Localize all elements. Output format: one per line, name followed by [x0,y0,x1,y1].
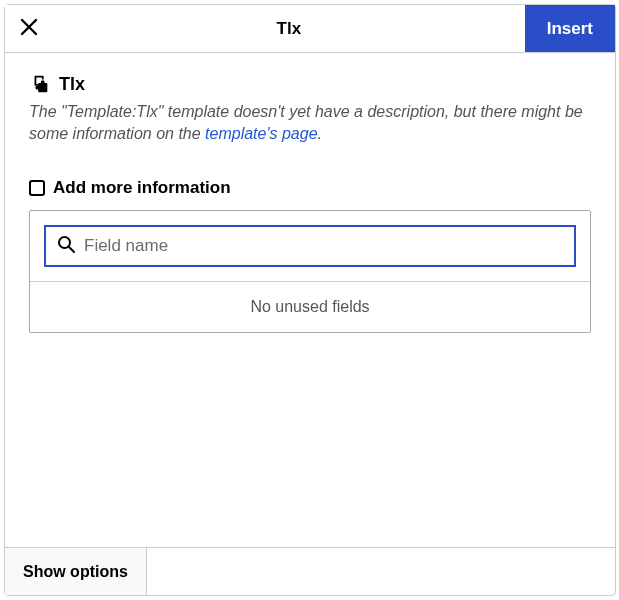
dialog-header: Tlx Insert [5,5,615,53]
close-button[interactable] [5,5,53,52]
add-info-heading: Add more information [29,178,591,198]
insert-button[interactable]: Insert [525,5,615,52]
dialog-title: Tlx [53,5,525,52]
field-search-wrap [44,225,576,267]
dialog-footer: Show options [5,547,615,595]
template-heading: Tlx [29,73,591,95]
close-icon [19,17,39,40]
template-name: Tlx [59,74,85,95]
dialog-content: Tlx The "Template:Tlx" template doesn't … [5,53,615,547]
description-text-suffix: . [318,125,322,142]
no-unused-fields-message: No unused fields [30,281,590,332]
field-name-input[interactable] [84,236,564,256]
puzzle-icon [29,73,51,95]
show-options-label: Show options [23,563,128,580]
parameter-icon [29,180,45,196]
insert-button-label: Insert [547,19,593,39]
add-info-heading-text: Add more information [53,178,231,198]
template-page-link[interactable]: template's page [205,125,317,142]
template-description: The "Template:Tlx" template doesn't yet … [29,101,591,144]
search-icon [56,234,76,258]
template-dialog: Tlx Insert Tlx The "Template:Tlx" templa… [4,4,616,596]
show-options-button[interactable]: Show options [5,548,147,595]
field-search-row [30,211,590,281]
field-search-panel: No unused fields [29,210,591,333]
